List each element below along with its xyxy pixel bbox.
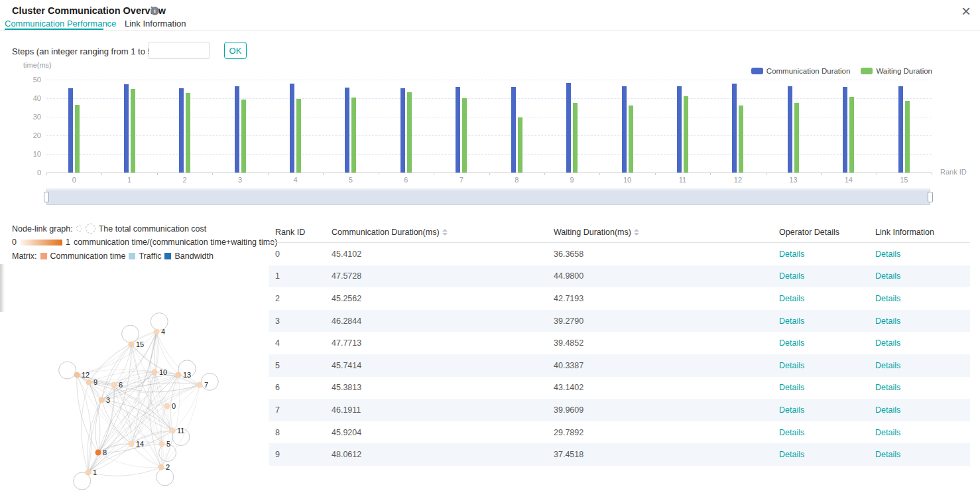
datazoom-slider[interactable] (46, 188, 930, 205)
legend-item-waiting-duration[interactable]: Waiting Duration (861, 67, 932, 75)
cell-link-information: Details (875, 405, 970, 415)
bar-communication-duration-rank-6 (400, 88, 405, 173)
link-information-link[interactable]: Details (875, 383, 900, 392)
cell-rank-id: 7 (269, 405, 332, 415)
graph-node-8[interactable] (95, 450, 101, 456)
cell-link-information: Details (875, 316, 970, 326)
graph-node-15[interactable] (129, 342, 135, 348)
operator-details-link[interactable]: Details (779, 450, 804, 459)
graph-node-14[interactable] (129, 441, 135, 447)
graph-node-label-0: 0 (172, 402, 176, 410)
graph-node-5[interactable] (159, 441, 165, 447)
steps-label: Steps (an integer ranging from 1 to 56) (12, 46, 160, 56)
x-tick-label: 1 (116, 176, 143, 184)
graph-node-0[interactable] (164, 403, 170, 409)
link-information-link[interactable]: Details (875, 316, 900, 326)
link-information-link[interactable]: Details (875, 294, 900, 303)
link-information-link[interactable]: Details (875, 361, 900, 370)
graph-node-1[interactable] (86, 470, 92, 476)
graph-node-3[interactable] (99, 397, 105, 403)
link-information-link[interactable]: Details (875, 271, 900, 281)
operator-details-link[interactable]: Details (779, 316, 804, 326)
cell-communication-duration: 45.2562 (332, 294, 554, 303)
total-communication-cost-label: The total communication cost (99, 224, 207, 234)
graph-node-label-7: 7 (204, 381, 208, 389)
x-tick-label: 2 (172, 176, 198, 184)
cell-rank-id: 9 (269, 450, 332, 459)
graph-node-label-5: 5 (166, 440, 170, 448)
y-tick-label: 20 (24, 131, 41, 139)
datazoom-handle-left[interactable] (44, 192, 49, 202)
link-information-link[interactable]: Details (875, 249, 900, 259)
sort-icon[interactable] (442, 229, 448, 236)
bar-waiting-duration-rank-14 (849, 97, 854, 173)
operator-details-link[interactable]: Details (779, 294, 804, 303)
cell-operator-details: Details (779, 383, 875, 392)
bar-communication-duration-rank-1 (124, 84, 129, 173)
info-icon[interactable]: i (151, 7, 159, 15)
link-information-link[interactable]: Details (875, 428, 900, 437)
graph-node-2[interactable] (158, 464, 164, 470)
bar-communication-duration-rank-11 (677, 86, 682, 173)
tab-bar: Communication Performance Link Informati… (0, 19, 980, 30)
operator-details-link[interactable]: Details (779, 338, 804, 348)
tab-divider (0, 30, 980, 31)
link-information-link[interactable]: Details (875, 405, 900, 415)
x-tick-label: 11 (670, 176, 696, 184)
close-icon[interactable]: × (961, 4, 971, 19)
cell-waiting-duration: 42.7193 (554, 294, 779, 303)
x-tick-label: 12 (725, 176, 751, 184)
ok-button[interactable]: OK (224, 42, 247, 59)
sort-icon[interactable] (634, 229, 639, 236)
x-tick-label: 9 (559, 176, 585, 184)
x-tick-label: 14 (835, 176, 862, 184)
tab-link-information[interactable]: Link Information (125, 19, 186, 29)
cell-communication-duration: 45.7414 (332, 361, 554, 370)
column-header-rank-id: Rank ID (269, 228, 332, 237)
legend-label: Communication Duration (766, 67, 851, 75)
cell-operator-details: Details (779, 316, 875, 326)
cell-communication-duration: 47.5728 (332, 271, 554, 281)
bar-communication-duration-rank-5 (345, 88, 349, 173)
matrix-label-communication-time: Communication time (50, 251, 126, 261)
datazoom-handle-right[interactable] (928, 192, 933, 202)
graph-node-13[interactable] (176, 372, 182, 378)
column-header-waiting-duration[interactable]: Waiting Duration(ms) (554, 228, 779, 237)
graph-edge (161, 375, 178, 444)
column-header-communication-duration[interactable]: Communication Duration(ms) (332, 228, 554, 237)
matrix-label: Matrix: (12, 251, 37, 261)
graph-node-11[interactable] (170, 428, 176, 434)
matrix-swatch-bandwidth (164, 253, 171, 259)
cell-waiting-duration: 43.1402 (554, 383, 779, 392)
graph-node-12[interactable] (74, 372, 80, 378)
bar-waiting-duration-rank-10 (629, 105, 633, 173)
cell-link-information: Details (875, 271, 970, 281)
graph-node-7[interactable] (197, 382, 203, 388)
operator-details-link[interactable]: Details (779, 361, 804, 370)
gridline (46, 80, 932, 80)
operator-details-link[interactable]: Details (779, 383, 804, 392)
bar-waiting-duration-rank-13 (794, 103, 799, 173)
operator-details-link[interactable]: Details (779, 249, 804, 259)
graph-node-6[interactable] (111, 382, 117, 388)
operator-details-link[interactable]: Details (779, 405, 804, 415)
graph-node-4[interactable] (154, 329, 160, 335)
matrix-legend: Matrix: Communication timeTrafficBandwid… (12, 251, 214, 261)
cell-link-information: Details (875, 361, 970, 370)
operator-details-link[interactable]: Details (779, 271, 804, 281)
cell-waiting-duration: 29.7892 (554, 428, 779, 437)
bar-communication-duration-rank-2 (179, 88, 184, 173)
steps-input[interactable] (149, 42, 210, 59)
graph-node-label-15: 15 (136, 340, 144, 348)
matrix-label-traffic: Traffic (139, 251, 161, 261)
legend-item-communication-duration[interactable]: Communication Duration (751, 67, 851, 75)
bar-communication-duration-rank-10 (622, 86, 627, 173)
graph-node-9[interactable] (86, 380, 92, 386)
link-information-link[interactable]: Details (875, 338, 900, 348)
operator-details-link[interactable]: Details (779, 428, 804, 437)
gradient-description: communication time/(communication time+w… (74, 238, 277, 247)
graph-node-10[interactable] (152, 370, 158, 376)
tab-communication-performance[interactable]: Communication Performance (5, 19, 116, 29)
link-information-link[interactable]: Details (875, 450, 900, 459)
graph-node-label-3: 3 (106, 396, 110, 404)
